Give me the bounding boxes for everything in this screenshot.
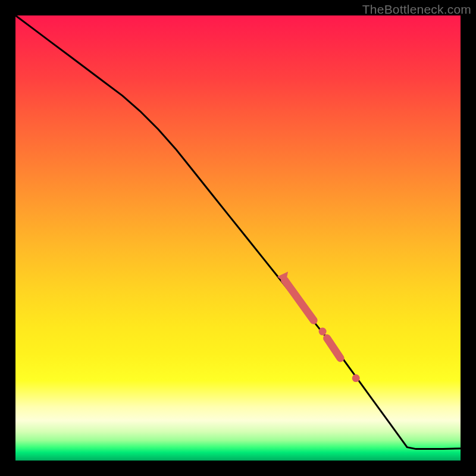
chart-stage: TheBottleneck.com: [0, 0, 476, 476]
curve-line: [15, 15, 461, 449]
watermark-label: TheBottleneck.com: [362, 2, 471, 17]
svg-line-1: [285, 280, 314, 320]
svg-line-3: [327, 338, 340, 358]
svg-point-4: [352, 374, 360, 382]
chart-overlay: [15, 15, 461, 461]
svg-point-2: [319, 328, 327, 336]
